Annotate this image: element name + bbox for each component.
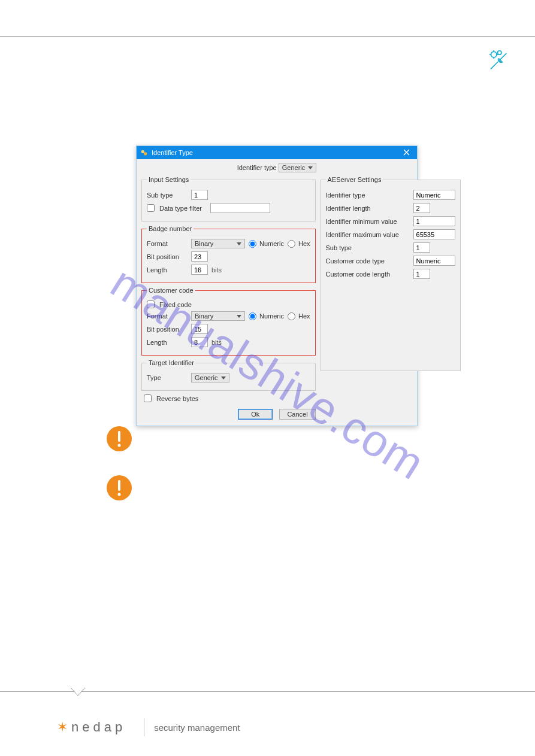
cc-bitpos-input[interactable] — [191, 324, 208, 334]
cc-bitpos-label: Bit position — [147, 326, 188, 333]
cc-radio-hex[interactable]: Hex — [288, 312, 310, 320]
cc-format-select[interactable]: Binary — [191, 311, 245, 321]
ae-id-length-label: Identifier length — [326, 205, 410, 212]
sub-type-input[interactable] — [191, 190, 208, 200]
data-type-filter-label: Data type filter — [159, 205, 202, 212]
target-identifier-legend: Target Identifier — [147, 359, 196, 366]
cc-format-label: Format — [147, 312, 188, 320]
warning-icon — [107, 426, 132, 451]
maintenance-icon — [485, 48, 508, 72]
identifier-type-dialog: Identifier Type Identifier type Generic … — [136, 145, 418, 426]
dialog-title: Identifier Type — [152, 149, 399, 156]
cc-length-unit: bits — [211, 339, 222, 346]
brand-name: nedap — [71, 719, 126, 735]
top-rule — [0, 37, 535, 37]
svg-point-3 — [144, 152, 147, 155]
aeserver-legend: AEServer Settings — [326, 176, 383, 183]
cc-radio-numeric[interactable]: Numeric — [249, 312, 284, 320]
ok-button[interactable]: Ok — [238, 409, 273, 420]
cc-length-input[interactable] — [191, 337, 208, 347]
ae-max-input[interactable] — [413, 229, 455, 239]
ae-cc-type-label: Customer code type — [326, 257, 410, 265]
svg-point-0 — [491, 51, 497, 57]
footer-notch — [71, 688, 85, 696]
aeserver-settings-group: AEServer Settings Identifier type Identi… — [321, 176, 461, 371]
reverse-bytes-label: Reverse bytes — [156, 395, 198, 402]
input-settings-legend: Input Settings — [147, 176, 191, 183]
ae-id-type-input[interactable] — [413, 190, 455, 200]
bn-radio-hex[interactable]: Hex — [288, 240, 310, 248]
star-icon: ✶ — [57, 719, 68, 735]
titlebar-icon — [140, 148, 149, 157]
ae-subtype-label: Sub type — [326, 244, 410, 251]
reverse-bytes-checkbox[interactable] — [144, 394, 152, 402]
titlebar: Identifier Type — [137, 146, 417, 159]
ae-cc-length-label: Customer code length — [326, 271, 410, 278]
identifier-type-label: Identifier type — [237, 164, 277, 171]
target-identifier-group: Target Identifier Type Generic — [141, 359, 316, 391]
fixed-code-label: Fixed code — [159, 301, 192, 308]
note-2: AEServer: The 'Identifier length' field … — [107, 475, 490, 500]
bn-format-select[interactable]: Binary — [191, 239, 245, 248]
identifier-type-select[interactable]: Generic — [279, 163, 317, 172]
bn-radio-numeric[interactable]: Numeric — [249, 240, 284, 248]
data-type-filter-input[interactable] — [210, 203, 270, 213]
customer-code-legend: Customer code — [147, 287, 195, 294]
nedap-logo: ✶ nedap — [57, 719, 126, 735]
fixed-code-checkbox[interactable] — [147, 300, 155, 308]
footer-divider — [144, 718, 144, 736]
svg-point-7 — [118, 493, 121, 496]
ae-cc-type-input[interactable] — [413, 256, 455, 266]
bn-bitpos-input[interactable] — [191, 251, 208, 262]
bn-bitpos-label: Bit position — [147, 253, 188, 260]
svg-rect-4 — [118, 431, 120, 442]
bn-length-unit: bits — [211, 266, 222, 274]
badge-number-group: Badge number Format Binary Numeric Hex B… — [141, 225, 316, 283]
svg-point-5 — [118, 444, 121, 447]
svg-point-2 — [141, 150, 144, 153]
input-settings-group: Input Settings Sub type Data type filter — [141, 176, 316, 221]
bn-length-label: Length — [147, 266, 188, 274]
ae-id-type-label: Identifier type — [326, 192, 410, 199]
dialog-body: Identifier type Generic Input Settings S… — [137, 159, 417, 426]
cancel-button[interactable]: Cancel — [279, 409, 315, 420]
sub-type-label: Sub type — [147, 192, 188, 199]
cc-length-label: Length — [147, 339, 188, 346]
svg-rect-6 — [118, 480, 120, 491]
ae-min-label: Identifier minimum value — [326, 218, 410, 225]
ae-id-length-input[interactable] — [413, 203, 430, 213]
bn-format-label: Format — [147, 240, 188, 247]
bn-length-input[interactable] — [191, 265, 208, 275]
ae-subtype-input[interactable] — [413, 242, 430, 253]
customer-code-group: Customer code Fixed code Format Binary N… — [141, 287, 316, 356]
note-1: Nedap cards always have binary format. T… — [107, 426, 490, 451]
footer: ✶ nedap security management — [57, 718, 240, 736]
badge-number-legend: Badge number — [147, 225, 194, 232]
ti-type-label: Type — [147, 374, 188, 381]
warning-icon — [107, 475, 132, 500]
svg-point-1 — [498, 51, 501, 54]
note-1-text: Nedap cards always have binary format. T… — [141, 432, 490, 446]
note-2-text: AEServer: The 'Identifier length' field … — [141, 481, 490, 495]
ae-max-label: Identifier maximum value — [326, 231, 410, 238]
data-type-filter-checkbox[interactable] — [147, 204, 155, 212]
ae-cc-length-input[interactable] — [413, 269, 430, 279]
footer-tagline: security management — [154, 722, 240, 733]
ae-min-input[interactable] — [413, 216, 455, 226]
ti-type-select[interactable]: Generic — [191, 373, 229, 382]
close-icon[interactable] — [399, 149, 413, 157]
